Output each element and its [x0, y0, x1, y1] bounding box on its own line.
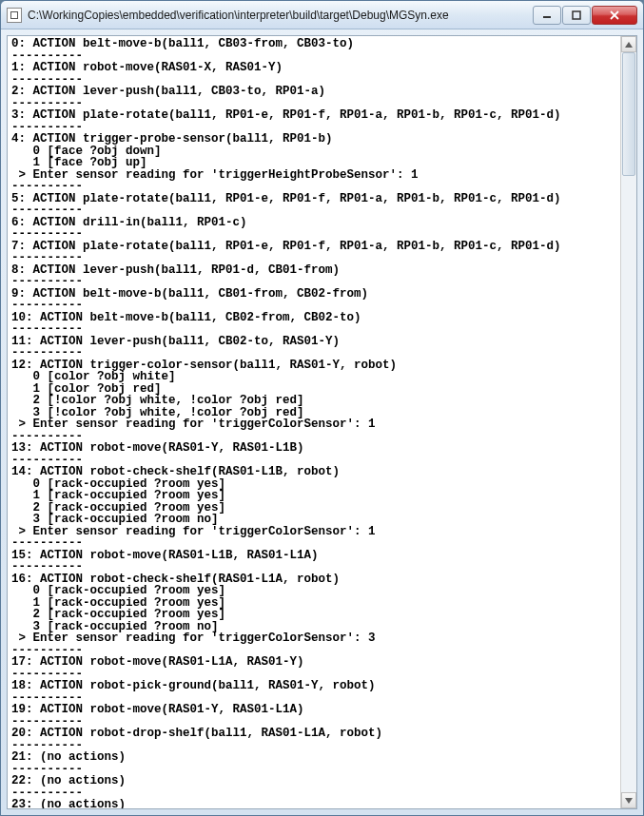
scroll-down-button[interactable] [621, 792, 636, 808]
scroll-thumb[interactable] [622, 52, 635, 176]
scroll-up-button[interactable] [621, 36, 636, 52]
chevron-up-icon [625, 42, 633, 48]
close-icon [610, 10, 619, 20]
minimize-button[interactable] [533, 6, 561, 25]
window-controls [533, 6, 637, 25]
app-icon [7, 8, 22, 23]
close-button[interactable] [592, 6, 637, 25]
svg-marker-4 [625, 42, 633, 48]
maximize-button[interactable] [562, 6, 591, 25]
svg-rect-1 [573, 11, 580, 19]
scroll-track[interactable] [621, 52, 636, 792]
chevron-down-icon [625, 798, 633, 804]
window-title: C:\WorkingCopies\embedded\verification\i… [28, 9, 533, 22]
titlebar[interactable]: C:\WorkingCopies\embedded\verification\i… [1, 1, 643, 29]
application-window: C:\WorkingCopies\embedded\verification\i… [0, 0, 644, 816]
minimize-icon [542, 10, 552, 20]
maximize-icon [572, 10, 581, 20]
vertical-scrollbar[interactable] [620, 36, 636, 808]
console-output[interactable]: 0: ACTION belt-move-b(ball1, CB03-from, … [8, 36, 636, 808]
client-area: 0: ACTION belt-move-b(ball1, CB03-from, … [7, 35, 637, 809]
svg-marker-5 [625, 798, 633, 804]
